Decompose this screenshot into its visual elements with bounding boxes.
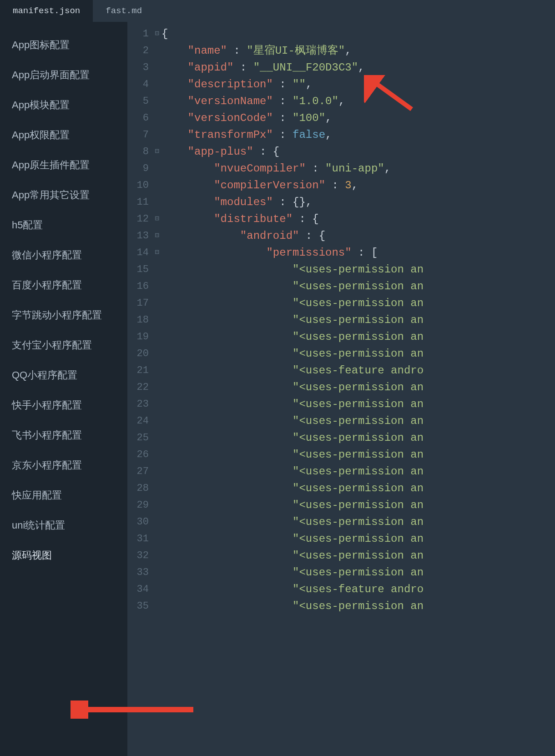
token: "<uses-permission an [293, 280, 424, 292]
fold-marker [152, 160, 161, 177]
line-number: 7 [127, 126, 152, 143]
fold-marker[interactable]: ⊟ [152, 143, 161, 160]
code-line: "transformPx" : false, [161, 126, 555, 143]
token: "__UNI__F20D3C3" [253, 61, 358, 74]
sidebar-item-label: 微信小程序配置 [12, 249, 82, 261]
code-content[interactable]: { "name" : "星宿UI-枫瑞博客", "appid" : "__UNI… [161, 22, 555, 756]
line-number: 19 [127, 328, 152, 345]
code-line: "<uses-permission an [161, 429, 555, 446]
line-number: 22 [127, 379, 152, 396]
sidebar-item[interactable]: 字节跳动小程序配置 [0, 300, 127, 330]
fold-marker [152, 362, 161, 379]
sidebar-item-label: App图标配置 [12, 39, 70, 50]
code-line: "<uses-permission an [161, 345, 555, 362]
code-line: "<uses-feature andro [161, 581, 555, 598]
fold-marker [152, 497, 161, 514]
line-number: 30 [127, 514, 152, 530]
code-line: "nvueCompiler" : "uni-app", [161, 160, 555, 177]
token: "compilerVersion" [214, 179, 325, 192]
line-number: 33 [127, 564, 152, 581]
fold-marker[interactable]: ⊟ [152, 244, 161, 261]
sidebar-item[interactable]: QQ小程序配置 [0, 360, 127, 390]
sidebar-item[interactable]: App模块配置 [0, 90, 127, 120]
code-line: "<uses-permission an [161, 261, 555, 278]
token: 3 [345, 179, 351, 192]
token: : { [299, 230, 325, 242]
code-line: "<uses-permission an [161, 379, 555, 396]
code-editor[interactable]: 1234567891011121314151617181920212223242… [127, 22, 555, 756]
sidebar-item[interactable]: uni统计配置 [0, 510, 127, 540]
line-number: 10 [127, 177, 152, 194]
token: "<uses-permission an [293, 415, 424, 427]
token: "app-plus" [188, 146, 253, 158]
fold-marker[interactable]: ⊟ [152, 211, 161, 227]
code-line: "android" : { [161, 227, 555, 244]
fold-marker [152, 413, 161, 429]
token: "uni-app" [325, 162, 384, 175]
line-number: 35 [127, 598, 152, 615]
code-line: "<uses-permission an [161, 463, 555, 480]
token: "<uses-permission an [293, 549, 424, 562]
fold-marker [152, 530, 161, 547]
token: : {}, [273, 196, 312, 208]
token: "<uses-permission an [293, 449, 424, 461]
sidebar-item[interactable]: 源码视图 [0, 540, 127, 570]
fold-marker [152, 598, 161, 615]
sidebar-item[interactable]: App原生插件配置 [0, 150, 127, 180]
sidebar-item[interactable]: App图标配置 [0, 30, 127, 60]
tab-label: fast.md [106, 6, 142, 16]
token: "nvueCompiler" [214, 162, 306, 175]
sidebar-item-label: 支付宝小程序配置 [12, 339, 92, 351]
sidebar-item[interactable]: App权限配置 [0, 120, 127, 150]
code-line: "versionCode" : "100", [161, 110, 555, 126]
main-area: App图标配置App启动界面配置App模块配置App权限配置App原生插件配置A… [0, 22, 555, 756]
code-line: "distribute" : { [161, 211, 555, 227]
sidebar-item[interactable]: 百度小程序配置 [0, 270, 127, 300]
line-number: 11 [127, 194, 152, 211]
token: : [325, 179, 345, 192]
token: "<uses-permission an [293, 600, 424, 612]
code-line: "<uses-permission an [161, 530, 555, 547]
token: "<uses-permission an [293, 432, 424, 444]
code-line: "<uses-permission an [161, 497, 555, 514]
tab-manifest-json[interactable]: manifest.json [0, 0, 93, 22]
sidebar-item[interactable]: 京东小程序配置 [0, 450, 127, 480]
token: : [273, 129, 293, 141]
fold-marker [152, 396, 161, 413]
code-line: "<uses-permission an [161, 514, 555, 530]
sidebar-item-label: 源码视图 [12, 549, 52, 561]
sidebar-item[interactable]: h5配置 [0, 210, 127, 240]
token: : [273, 112, 293, 124]
sidebar-item[interactable]: 快手小程序配置 [0, 390, 127, 420]
token: "permissions" [266, 247, 351, 259]
fold-marker [152, 564, 161, 581]
fold-marker [152, 581, 161, 598]
sidebar-item[interactable]: 快应用配置 [0, 480, 127, 510]
code-line: "compilerVersion" : 3, [161, 177, 555, 194]
code-line: "<uses-permission an [161, 328, 555, 345]
fold-marker [152, 93, 161, 110]
line-number: 20 [127, 345, 152, 362]
sidebar-item[interactable]: App启动界面配置 [0, 60, 127, 90]
fold-marker [152, 312, 161, 328]
fold-marker[interactable]: ⊟ [152, 227, 161, 244]
tab-fast-md[interactable]: fast.md [93, 0, 155, 22]
fold-marker[interactable]: ⊟ [152, 25, 161, 42]
sidebar-item[interactable]: 支付宝小程序配置 [0, 330, 127, 360]
line-number: 23 [127, 396, 152, 413]
sidebar-item[interactable]: App常用其它设置 [0, 180, 127, 210]
code-line: "versionName" : "1.0.0", [161, 93, 555, 110]
sidebar-item[interactable]: 飞书小程序配置 [0, 420, 127, 450]
token: false [293, 129, 325, 141]
code-line: "<uses-permission an [161, 446, 555, 463]
code-line: "<uses-permission an [161, 413, 555, 429]
line-number: 6 [127, 110, 152, 126]
fold-marker [152, 59, 161, 76]
token: "<uses-feature andro [293, 364, 424, 377]
code-line: "<uses-feature andro [161, 362, 555, 379]
token: "<uses-permission an [293, 482, 424, 494]
sidebar-item-label: 快应用配置 [12, 489, 62, 501]
code-line: "description" : "", [161, 76, 555, 93]
token: : [ [352, 247, 378, 259]
sidebar-item[interactable]: 微信小程序配置 [0, 240, 127, 270]
